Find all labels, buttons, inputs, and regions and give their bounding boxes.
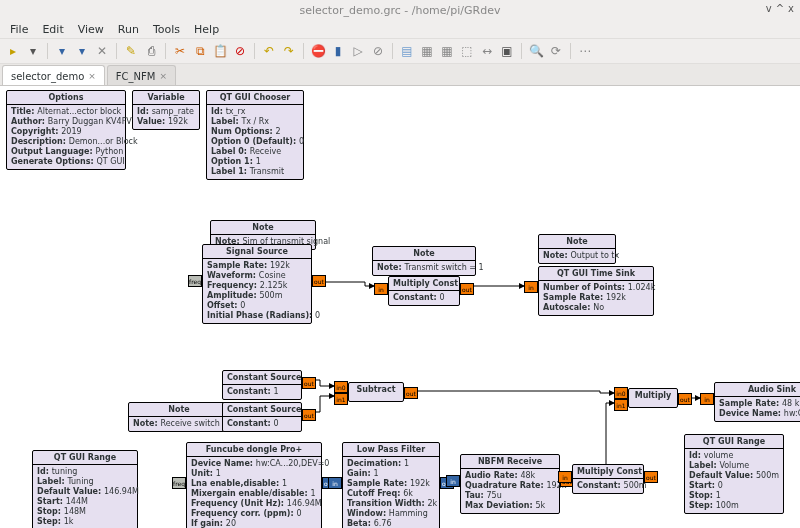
port-out[interactable]: out <box>302 377 316 389</box>
cut-icon[interactable]: ✂ <box>171 42 189 60</box>
open-icon[interactable]: ▾ <box>24 42 42 60</box>
block-qt-gui-range-volume[interactable]: QT GUI Range Id: volumeLabel: VolumeDefa… <box>684 434 784 514</box>
window-title: selector_demo.grc - /home/pi/GRdev <box>300 4 501 17</box>
minimize-icon[interactable]: v <box>766 3 772 14</box>
save-as-icon[interactable]: ▾ <box>73 42 91 60</box>
block-qt-gui-chooser[interactable]: QT GUI Chooser Id: tx_rxLabel: Tx / RxNu… <box>206 90 304 180</box>
port-out[interactable]: out <box>644 471 658 483</box>
reload-icon[interactable]: ⟳ <box>547 42 565 60</box>
port-in[interactable]: in <box>374 283 388 295</box>
port-out[interactable]: out <box>460 283 474 295</box>
menu-run[interactable]: Run <box>112 21 145 38</box>
block-title: Multiply <box>629 389 677 402</box>
block-body: Audio Rate: 48kQuadrature Rate: 192kTau:… <box>461 469 559 513</box>
block-body: Title: Alternat...ector blockAuthor: Bar… <box>7 105 125 169</box>
block-note-rx-switch[interactable]: Note Note: Receive switch = 0 <box>128 402 230 432</box>
block-constant-source-1[interactable]: Constant Source Constant: 1 out <box>222 370 302 400</box>
port-out[interactable]: out <box>404 387 418 399</box>
block-signal-source[interactable]: Signal Source Sample Rate: 192kWaveform:… <box>202 244 312 324</box>
block-variable-samp-rate[interactable]: Variable Id: samp_rateValue: 192k <box>132 90 200 130</box>
block-body: Id: volumeLabel: VolumeDefault Value: 50… <box>685 449 783 513</box>
search-icon[interactable]: 🔍 <box>527 42 545 60</box>
menu-help[interactable]: Help <box>188 21 225 38</box>
block-title: Low Pass Filter <box>343 443 439 457</box>
copy-icon[interactable]: ⧉ <box>191 42 209 60</box>
vars-icon[interactable]: ▤ <box>398 42 416 60</box>
port-in[interactable]: in <box>558 471 572 483</box>
block-title: Note <box>211 221 315 235</box>
port-in0[interactable]: in0 <box>614 387 628 399</box>
block-low-pass-filter[interactable]: Low Pass Filter Decimation: 1Gain: 1Samp… <box>342 442 440 528</box>
snap-icon[interactable]: ▦ <box>438 42 456 60</box>
block-title: Variable <box>133 91 199 105</box>
port-in[interactable]: in <box>700 393 714 405</box>
run-icon[interactable]: ▷ <box>349 42 367 60</box>
block-body: Sample Rate: 48 kHzDevice Name: hw:CA...… <box>715 397 800 421</box>
block-qt-gui-time-sink[interactable]: QT GUI Time Sink Number of Points: 1.024… <box>538 266 654 316</box>
block-body: Id: tx_rxLabel: Tx / RxNum Options: 2Opt… <box>207 105 303 179</box>
save-icon[interactable]: ▾ <box>53 42 71 60</box>
stop-icon[interactable]: ⊘ <box>369 42 387 60</box>
port-in0[interactable]: in0 <box>334 381 348 393</box>
block-multiply-const-rx[interactable]: Multiply Const Constant: 500m in out <box>572 464 644 494</box>
tab-selector-demo[interactable]: selector_demo × <box>2 65 105 85</box>
port-in1[interactable]: in1 <box>614 399 628 411</box>
move-icon[interactable]: ↔ <box>478 42 496 60</box>
undo-icon[interactable]: ↶ <box>260 42 278 60</box>
port-in[interactable]: in <box>446 475 460 487</box>
port-out[interactable]: out <box>302 409 316 421</box>
flowgraph-canvas[interactable]: Options Title: Alternat...ector blockAut… <box>0 86 800 528</box>
block-body: Note: Output to tx <box>539 249 615 263</box>
block-audio-sink[interactable]: Audio Sink Sample Rate: 48 kHzDevice Nam… <box>714 382 800 422</box>
delete-icon[interactable]: ⊘ <box>231 42 249 60</box>
align-icon[interactable]: ▦ <box>418 42 436 60</box>
block-multiply-const-tx[interactable]: Multiply Const Constant: 0 in out <box>388 276 460 306</box>
tab-close-icon[interactable]: × <box>88 71 96 81</box>
block-note-output-tx[interactable]: Note Note: Output to tx <box>538 234 616 264</box>
port-out[interactable]: out <box>312 275 326 287</box>
close-tab-icon[interactable]: ✕ <box>93 42 111 60</box>
generate-icon[interactable]: ▮ <box>329 42 347 60</box>
close-icon[interactable]: x <box>788 3 794 14</box>
select-icon[interactable]: ⬚ <box>458 42 476 60</box>
block-title: Note <box>373 247 475 261</box>
menu-tools[interactable]: Tools <box>147 21 186 38</box>
block-funcube-dongle[interactable]: Funcube dongle Pro+ Device Name: hw:CA..… <box>186 442 322 528</box>
menu-view[interactable]: View <box>72 21 110 38</box>
block-body: Id: samp_rateValue: 192k <box>133 105 199 129</box>
block-title: Multiply Const <box>389 277 459 291</box>
help-icon[interactable]: ⋯ <box>576 42 594 60</box>
window-titlebar: selector_demo.grc - /home/pi/GRdev v ^ x <box>0 0 800 20</box>
block-multiply[interactable]: Multiply in0 in1 out <box>628 388 678 408</box>
tab-close-icon[interactable]: × <box>159 71 167 81</box>
block-constant-source-0[interactable]: Constant Source Constant: 0 out <box>222 402 302 432</box>
block-title: QT GUI Range <box>33 451 137 465</box>
maximize-icon[interactable]: ^ <box>776 3 784 14</box>
redo-icon[interactable]: ↷ <box>280 42 298 60</box>
new-icon[interactable]: ▸ <box>4 42 22 60</box>
block-title: Constant Source <box>223 403 301 417</box>
block-nbfm-receive[interactable]: NBFM Receive Audio Rate: 48kQuadrature R… <box>460 454 560 514</box>
edit-icon[interactable]: ✎ <box>122 42 140 60</box>
menu-edit[interactable]: Edit <box>36 21 69 38</box>
port-in[interactable]: in <box>328 477 342 489</box>
menu-file[interactable]: File <box>4 21 34 38</box>
block-title: Options <box>7 91 125 105</box>
paste-icon[interactable]: 📋 <box>211 42 229 60</box>
block-body: Note: Transmit switch = 1 <box>373 261 475 275</box>
menubar: File Edit View Run Tools Help <box>0 20 800 38</box>
block-body: Note: Receive switch = 0 <box>129 417 229 431</box>
block-options[interactable]: Options Title: Alternat...ector blockAut… <box>6 90 126 170</box>
block-subtract[interactable]: Subtract in0 in1 out <box>348 382 404 402</box>
terminal-icon[interactable]: ▣ <box>498 42 516 60</box>
tab-fc-nfm[interactable]: FC_NFM × <box>107 65 176 85</box>
port-freq[interactable]: freq <box>188 275 202 287</box>
block-qt-gui-range-tuning[interactable]: QT GUI Range Id: tuningLabel: TuningDefa… <box>32 450 138 528</box>
port-freq[interactable]: freq <box>172 477 186 489</box>
port-in1[interactable]: in1 <box>334 393 348 405</box>
print-icon[interactable]: ⎙ <box>142 42 160 60</box>
block-note-tx-switch[interactable]: Note Note: Transmit switch = 1 <box>372 246 476 276</box>
port-in[interactable]: in <box>524 281 538 293</box>
error-icon[interactable]: ⛔ <box>309 42 327 60</box>
port-out[interactable]: out <box>678 393 692 405</box>
